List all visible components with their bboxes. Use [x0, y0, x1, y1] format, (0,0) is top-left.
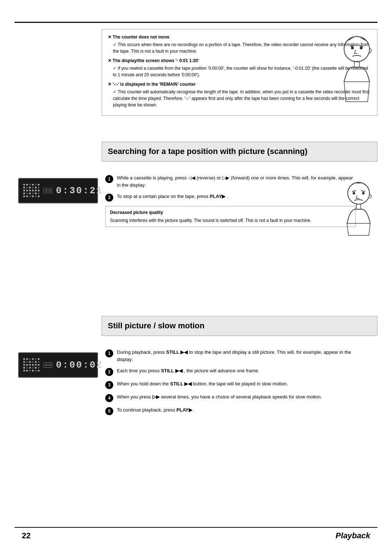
- s2-step-number-4: 4: [105, 394, 113, 402]
- svg-point-3: [351, 46, 354, 49]
- svg-line-7: [352, 191, 356, 191]
- svg-point-10: [362, 192, 365, 195]
- svg-point-0: [344, 36, 369, 62]
- character-mid: [340, 178, 377, 236]
- cassette-icon-1: [44, 188, 52, 193]
- section2-step3: 3 When you hold down the STILL ▶◀ button…: [105, 380, 356, 389]
- svg-line-1: [351, 45, 354, 46]
- section1-steps: 1 While a cassette is playing, press ◁◀ …: [105, 174, 356, 227]
- svg-line-8: [361, 191, 365, 191]
- svg-point-4: [360, 46, 363, 49]
- step2-text: To stop at a certain place on the tape, …: [117, 193, 356, 200]
- section1-heading: Searching for a tape position with pictu…: [102, 142, 377, 162]
- step-number-2: 2: [105, 194, 113, 202]
- svg-point-9: [353, 192, 355, 195]
- section2-step4: 4 When you press ▷▶ several times, you h…: [105, 393, 356, 402]
- display-time-2: 0:00:02: [56, 360, 103, 370]
- note3-header: ✕ '-:-' is displayed in the 'REMAIN' cou…: [108, 81, 371, 88]
- s2-step3-text: When you hold down the STILL ▶◀ button, …: [117, 380, 356, 388]
- svg-rect-11: [356, 204, 361, 209]
- s2-step-number-5: 5: [105, 407, 113, 415]
- step-number-1: 1: [105, 175, 113, 183]
- svg-rect-5: [354, 61, 359, 67]
- bottom-border: [15, 527, 377, 528]
- section1-step2: 2 To stop at a certain place on the tape…: [105, 193, 356, 202]
- section2-step5: 5 To continue playback, press PLAY▶ .: [105, 406, 356, 415]
- notes-box: ✕ The counter does not move This occurs …: [102, 29, 377, 116]
- s2-step-number-1: 1: [105, 349, 113, 357]
- s2-step-number-2: 2: [105, 368, 113, 376]
- section2-heading: Still picture / slow motion: [102, 316, 377, 336]
- s2-step1-text: During playback, press STILL ▶◀ to stop …: [117, 349, 356, 363]
- note2-header: ✕ The display/the screen shows '- 0:01 1…: [108, 57, 371, 64]
- display-time-1: 0:30:21: [56, 185, 103, 196]
- page-label: Playback: [336, 531, 370, 540]
- svg-line-2: [359, 45, 363, 46]
- top-border: [15, 22, 377, 23]
- svg-point-6: [348, 182, 369, 204]
- section2-step1: 1 During playback, press STILL ▶◀ to sto…: [105, 349, 356, 363]
- section1-step1: 1 While a cassette is playing, press ◁◀ …: [105, 174, 356, 189]
- section2-steps: 1 During playback, press STILL ▶◀ to sto…: [105, 349, 356, 420]
- note1-header: ✕ The counter does not move: [108, 34, 371, 40]
- display-unit-1: 0:30:21: [18, 178, 98, 203]
- note3-text: This counter will automatically recognis…: [108, 89, 371, 108]
- note-decreased-quality-title: Decreased picture quality: [110, 209, 351, 216]
- s2-step-number-3: 3: [105, 381, 113, 389]
- section1-title: Searching for a tape position with pictu…: [108, 146, 371, 157]
- s2-step2-text: Each time you press STILL ▶◀ , the pictu…: [117, 367, 356, 374]
- note-decreased-quality-text: Scanning interferes with the picture qua…: [110, 217, 351, 224]
- s2-step5-text: To continue playback, press PLAY▶ .: [117, 406, 356, 414]
- cassette-icon-2: [44, 362, 52, 368]
- section2-title: Still picture / slow motion: [108, 321, 371, 331]
- step1-text: While a cassette is playing, press ◁◀ (r…: [117, 174, 356, 189]
- section1-note: Decreased picture quality Scanning inter…: [105, 206, 356, 227]
- display-unit-2: 0:00:02: [18, 352, 98, 378]
- character-top: [337, 31, 377, 104]
- note1-text: This occurs when there are no recordings…: [108, 41, 371, 54]
- s2-step4-text: When you press ▷▶ several times, you hav…: [117, 393, 356, 401]
- display-dots-2: [23, 358, 40, 372]
- note2-text: If you rewind a cassette from the tape p…: [108, 65, 371, 78]
- section2-step2: 2 Each time you press STILL ▶◀ , the pic…: [105, 367, 356, 376]
- display-dots-1: [23, 184, 40, 198]
- page-number: 22: [22, 531, 30, 540]
